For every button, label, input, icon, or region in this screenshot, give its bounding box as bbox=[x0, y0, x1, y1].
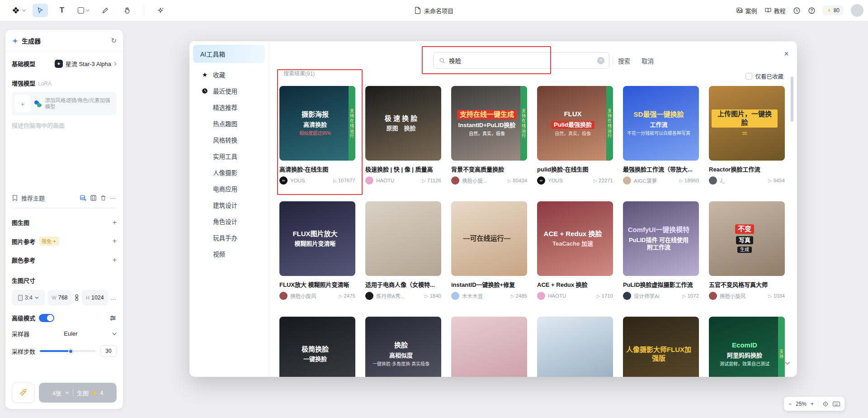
tune-icon[interactable] bbox=[109, 314, 117, 322]
workflow-card[interactable]: FLUX图片放大模糊照片变清晰 FLUX放大 模糊照片变清晰 换脸小旋风 ▷24… bbox=[279, 201, 355, 300]
workflow-cover-image[interactable]: 支持在线一键生成InstantID+PuLID换脸自然，真实，极像 支持在线运行 bbox=[451, 86, 527, 161]
locate-icon[interactable] bbox=[822, 401, 829, 407]
author-avatar[interactable] bbox=[623, 176, 631, 185]
workflow-card[interactable]: ACE + Redux 换脸TeaCache 加速 ACE + Redux 换脸… bbox=[537, 201, 613, 300]
toolbox-menu-item[interactable]: 人像摄影 bbox=[189, 164, 269, 180]
workflow-title[interactable]: 高清换脸-在线生图 bbox=[279, 165, 355, 173]
workflow-title[interactable]: FLUX放大 模糊照片变清晰 bbox=[279, 280, 355, 289]
workflow-card[interactable]: 极 速 换 脸原图 换脸 极速换脸 | 快 | 像 | 质量高 HAOTU ▷7… bbox=[365, 86, 441, 185]
favorites-filter[interactable]: 仅看已收藏 bbox=[745, 72, 783, 81]
workflow-card[interactable]: 换脸高相似度一键换脸·多角度换·真实极像 bbox=[365, 317, 441, 377]
workflow-cover-image[interactable]: 不变写真生成 bbox=[709, 201, 785, 276]
workflow-cover-image[interactable]: 摄影海报高清换脸相似度超过95% 支持在线运行 bbox=[279, 86, 355, 161]
toolbox-menu-item[interactable]: ★ 收藏 bbox=[189, 66, 269, 83]
author-avatar[interactable] bbox=[365, 176, 373, 185]
toolbox-search-box[interactable]: × bbox=[433, 52, 609, 69]
author-avatar[interactable] bbox=[709, 292, 717, 300]
workflow-title[interactable]: 最强换脸工作流（带放大... bbox=[623, 165, 699, 173]
author-name[interactable]: YOUS bbox=[290, 178, 330, 183]
workflow-cover-image[interactable]: 极简换脸一键换脸 bbox=[279, 317, 355, 377]
keyboard-icon[interactable] bbox=[833, 401, 840, 407]
pencil-tool-button[interactable] bbox=[98, 4, 113, 17]
author-name[interactable]: 换脸小旋风 bbox=[720, 292, 766, 299]
width-field[interactable]: W 768 bbox=[47, 290, 72, 305]
add-img2img-button[interactable]: + bbox=[113, 218, 117, 227]
workflow-card[interactable] bbox=[537, 317, 613, 377]
history-icon[interactable] bbox=[793, 7, 801, 14]
trash-icon[interactable] bbox=[100, 195, 107, 201]
workflow-card[interactable]: 极简换脸一键换脸 bbox=[279, 317, 355, 377]
steps-slider[interactable] bbox=[40, 350, 96, 352]
author-avatar[interactable]: ∞ bbox=[279, 176, 288, 185]
prompt-input[interactable] bbox=[12, 121, 117, 189]
workflow-title[interactable]: 极速换脸 | 快 | 像 | 质量高 bbox=[365, 165, 441, 173]
scrollbar-thumb[interactable] bbox=[791, 76, 793, 122]
add-image-ref-button[interactable]: + bbox=[113, 237, 117, 245]
author-avatar[interactable]: ∞ bbox=[537, 176, 545, 185]
workflow-card[interactable]: SD最强一键换脸工作流不花一分钱就可以白嫖各种写真 最强换脸工作流（带放大...… bbox=[623, 86, 699, 185]
reset-icon[interactable]: ↻ bbox=[111, 37, 117, 45]
shape-tool-button[interactable] bbox=[76, 4, 91, 17]
author-name[interactable]: J_ bbox=[720, 178, 766, 183]
user-avatar[interactable] bbox=[851, 4, 863, 17]
height-field[interactable]: H 1024 bbox=[82, 290, 108, 305]
link-icon[interactable] bbox=[74, 294, 80, 301]
toolbox-menu-item[interactable]: 最近使用 bbox=[189, 83, 269, 99]
workflow-card[interactable]: EcomID阿里妈妈换脸测试尝鲜，效果自己测试 支持 bbox=[709, 317, 785, 377]
workflow-card[interactable] bbox=[451, 317, 527, 377]
toolbox-menu-item[interactable]: 玩具手办 bbox=[189, 229, 269, 246]
workflow-card[interactable]: FLUXPulid最强换脸自然，真实，极像 支持在线运行 pulid换脸-在线生… bbox=[537, 86, 613, 185]
workflow-cover-image[interactable]: FLUXPulid最强换脸自然，真实，极像 支持在线运行 bbox=[537, 86, 613, 161]
workflow-card[interactable]: 摄影海报高清换脸相似度超过95% 支持在线运行 高清换脸-在线生图 ∞ YOUS… bbox=[279, 86, 355, 185]
toolbox-menu-item[interactable]: 风格转换 bbox=[189, 132, 269, 148]
workflow-cover-image[interactable] bbox=[537, 317, 613, 377]
author-name[interactable]: AIGC菠萝 bbox=[634, 177, 677, 184]
workflow-cover-image[interactable]: 极 速 换 脸原图 换脸 bbox=[365, 86, 441, 161]
clear-search-icon[interactable]: × bbox=[597, 57, 604, 64]
author-name[interactable]: HAOTU bbox=[376, 178, 420, 183]
base-model-selector[interactable]: 星流 Star-3 Alpha bbox=[55, 59, 117, 68]
author-name[interactable]: YOUS bbox=[548, 178, 591, 183]
author-name[interactable]: 换脸小旋... bbox=[462, 177, 505, 184]
steps-value-box[interactable]: 30 bbox=[100, 345, 117, 357]
chevron-down-icon[interactable] bbox=[112, 332, 117, 335]
workflow-cover-image[interactable]: —可在线运行— bbox=[451, 201, 527, 276]
quick-launch-button[interactable] bbox=[12, 383, 34, 403]
toolbox-menu-item[interactable]: 实用工具 bbox=[189, 148, 269, 164]
checkbox[interactable] bbox=[745, 73, 752, 80]
workflow-cover-image[interactable] bbox=[451, 317, 527, 377]
text-tool-button[interactable]: T bbox=[54, 4, 70, 17]
workflow-title[interactable]: ACE + Redux 换脸 bbox=[537, 280, 613, 289]
tutorial-button[interactable]: 教程 bbox=[764, 6, 786, 15]
cases-button[interactable]: 案例 bbox=[736, 6, 757, 15]
author-avatar[interactable] bbox=[279, 292, 288, 300]
workflow-title[interactable]: Reactor换脸工作流 bbox=[709, 165, 785, 173]
toolbox-menu-item[interactable]: 角色设计 bbox=[189, 213, 269, 229]
toolbox-menu-item[interactable]: 建筑设计 bbox=[189, 197, 269, 213]
author-name[interactable]: 炼丹师A秀... bbox=[376, 292, 422, 299]
dice-icon[interactable] bbox=[90, 195, 97, 201]
workflow-card[interactable]: 上传图片，一键换脸＝ Reactor换脸工作流 J_ ▷9454 bbox=[709, 86, 785, 185]
add-lora-button[interactable]: + 添加风格滤镜/角色/元素加强模型 bbox=[12, 92, 117, 115]
project-title-group[interactable]: 未命名项目 bbox=[415, 6, 453, 15]
author-avatar[interactable] bbox=[451, 176, 459, 185]
workflow-cover-image[interactable]: ComfyUI一键换模特PuLID插件 可在线使用 附工作流 bbox=[623, 201, 699, 276]
image-plus-icon[interactable] bbox=[80, 195, 87, 202]
workflow-title[interactable]: PuLID换脸虚拟摄影工作流 bbox=[623, 280, 699, 289]
toolbox-menu-item[interactable]: 视频 bbox=[189, 246, 269, 262]
ai-magic-tool-button[interactable] bbox=[153, 4, 169, 17]
toolbox-menu-item[interactable]: 电商应用 bbox=[189, 180, 269, 197]
size-more-icon[interactable]: … bbox=[110, 294, 117, 301]
scroll-down-icon[interactable] bbox=[784, 361, 791, 365]
search-button[interactable]: 搜索 bbox=[618, 52, 630, 69]
toolbox-menu-item[interactable]: 热点趣图 bbox=[189, 115, 269, 132]
author-avatar[interactable] bbox=[537, 292, 545, 300]
workflow-cover-image[interactable]: SD最强一键换脸工作流不花一分钱就可以白嫖各种写真 bbox=[623, 86, 699, 161]
author-avatar[interactable] bbox=[623, 292, 631, 300]
author-avatar[interactable] bbox=[365, 292, 373, 300]
author-name[interactable]: HAOTU bbox=[548, 293, 594, 299]
workflow-cover-image[interactable]: 换脸高相似度一键换脸·多角度换·真实极像 bbox=[365, 317, 441, 377]
workflow-title[interactable]: pulid换脸-在线生图 bbox=[537, 165, 613, 173]
workflow-card[interactable]: 不变写真生成 五官不变风格写真大师 换脸小旋风 ▷1034 bbox=[709, 201, 785, 300]
workflow-title[interactable]: 适用于电商人像（女模特... bbox=[365, 280, 441, 289]
